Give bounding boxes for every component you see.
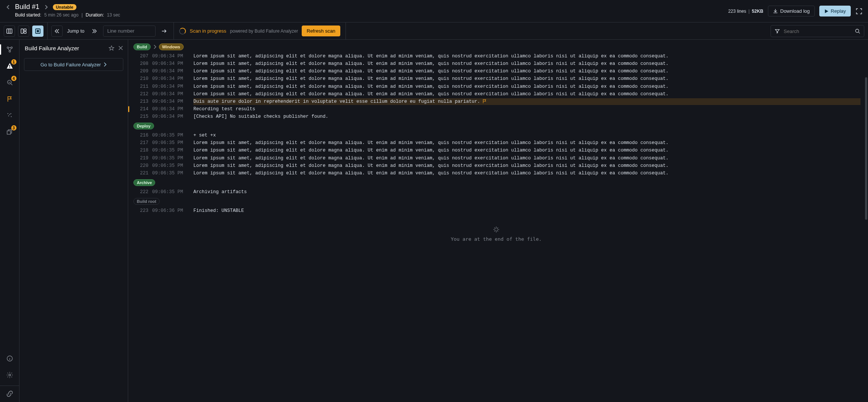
line-number: 209: [132, 68, 148, 75]
close-icon[interactable]: [118, 45, 123, 51]
svg-point-14: [10, 113, 11, 114]
line-number: 217: [132, 140, 148, 146]
log-line[interactable]: 21609:06:35 PM+ set +x: [132, 132, 861, 139]
line-timestamp: 09:06:35 PM: [152, 162, 190, 169]
line-text: Lorem ipsum sit amet, adipiscing elit et…: [193, 170, 861, 177]
log-line[interactable]: 21709:06:35 PMLorem ipsum sit amet, adip…: [132, 139, 861, 147]
line-number: 213: [132, 98, 148, 105]
download-label: Download log: [780, 8, 810, 14]
fullscreen-button[interactable]: [855, 8, 863, 15]
log-line[interactable]: 21809:06:35 PMLorem ipsum sit amet, adip…: [132, 147, 861, 154]
line-timestamp: 09:06:34 PM: [152, 68, 190, 75]
go-to-analyzer-button[interactable]: Go to Build Failure Analyzer: [24, 58, 123, 71]
line-timestamp: 09:06:34 PM: [152, 60, 190, 67]
log-line[interactable]: 21309:06:34 PMDuis aute irure dolor in r…: [132, 98, 861, 105]
star-icon[interactable]: [109, 45, 114, 51]
section-pill[interactable]: Windows: [159, 44, 184, 50]
line-number: 212: [132, 91, 148, 98]
line-timestamp: 09:06:34 PM: [152, 106, 190, 112]
log-line[interactable]: 21209:06:34 PMLorem ipsum sit amet, adip…: [132, 90, 861, 98]
line-text: Lorem ipsum sit amet, adipiscing elit et…: [193, 140, 861, 146]
line-text: Duis aute irure dolor in reprehenderit i…: [193, 98, 861, 105]
log-scroll[interactable]: BuildWindows20709:06:34 PMLorem ipsum si…: [128, 40, 868, 402]
refresh-scan-button[interactable]: Refresh scan: [302, 26, 340, 36]
svg-rect-0: [7, 29, 12, 33]
status-badge: Unstable: [53, 4, 76, 10]
line-go-button[interactable]: [159, 26, 170, 37]
breadcrumb-forward-icon[interactable]: [43, 4, 49, 10]
rail-warnings-icon[interactable]: 1: [4, 60, 16, 72]
section-pill[interactable]: Build root: [133, 198, 160, 205]
line-timestamp: 09:06:35 PM: [152, 147, 190, 154]
size-count: 52KB: [752, 9, 763, 14]
line-number-placeholder: Line number: [107, 28, 134, 34]
section-pill[interactable]: Archive: [133, 179, 155, 186]
line-text: Lorem ipsum sit amet, adipiscing elit et…: [193, 68, 861, 75]
line-timestamp: 09:06:35 PM: [152, 170, 190, 177]
view-list-button[interactable]: [32, 26, 43, 37]
view-columns-button[interactable]: [4, 26, 15, 37]
log-line[interactable]: 22309:06:36 PMFinished: UNSTABLE: [132, 207, 861, 214]
rail-stacks-icon[interactable]: 3: [4, 126, 16, 138]
header-right: 223 lines | 52KB Download log Replay: [728, 6, 863, 16]
line-text: Lorem ipsum sit amet, adipiscing elit et…: [193, 162, 861, 169]
log-line[interactable]: 22009:06:35 PMLorem ipsum sit amet, adip…: [132, 162, 861, 170]
search-input[interactable]: [783, 28, 852, 34]
icon-rail: 1 4 3: [0, 40, 19, 402]
log-line[interactable]: 21509:06:34 PM[Checks API] No suitable c…: [132, 113, 861, 120]
line-timestamp: 09:06:34 PM: [152, 91, 190, 98]
line-text: Lorem ipsum sit amet, adipiscing elit et…: [193, 60, 861, 67]
log-line[interactable]: 21909:06:35 PMLorem ipsum sit amet, adip…: [132, 154, 861, 162]
jump-forward-button[interactable]: [89, 26, 100, 37]
svg-rect-15: [7, 131, 10, 134]
line-number: 216: [132, 132, 148, 139]
eof-text: You are at the end of the file.: [451, 236, 542, 242]
view-split-button[interactable]: [18, 26, 29, 37]
line-text: Recording test results: [193, 106, 861, 112]
log-line[interactable]: 21409:06:34 PMRecording test results: [132, 105, 861, 113]
rail-pipeline-icon[interactable]: [4, 44, 16, 56]
log-line[interactable]: 20709:06:34 PMLorem ipsum sit amet, adip…: [132, 52, 861, 60]
jump-back-button[interactable]: [51, 26, 63, 37]
svg-point-6: [7, 47, 9, 48]
rail-settings-icon[interactable]: [4, 369, 16, 381]
section-pill[interactable]: Build: [133, 44, 151, 50]
log-line[interactable]: 21109:06:34 PMLorem ipsum sit amet, adip…: [132, 83, 861, 90]
line-timestamp: 09:06:34 PM: [152, 83, 190, 90]
header-left: Build #1 Unstable Build started: 5 min 2…: [5, 4, 120, 18]
download-button[interactable]: Download log: [768, 6, 815, 16]
log-line[interactable]: 20809:06:34 PMLorem ipsum sit amet, adip…: [132, 60, 861, 68]
line-number: 222: [132, 189, 148, 195]
line-timestamp: 09:06:34 PM: [152, 113, 190, 120]
line-number-input[interactable]: Line number: [103, 26, 156, 37]
line-marker: [128, 106, 129, 112]
scrollbar[interactable]: [865, 77, 867, 220]
log-line[interactable]: 22109:06:35 PMLorem ipsum sit amet, adip…: [132, 170, 861, 177]
search-box[interactable]: [771, 25, 864, 37]
flag-icon[interactable]: [482, 99, 487, 104]
line-number: 207: [132, 53, 148, 60]
sparkle-icon: [492, 226, 500, 233]
rail-sparkle-icon[interactable]: [4, 110, 16, 122]
line-timestamp: 09:06:36 PM: [152, 207, 190, 214]
rail-flag-icon[interactable]: [4, 93, 16, 105]
line-number: 208: [132, 60, 148, 67]
body: 1 4 3: [0, 40, 868, 402]
replay-button[interactable]: Replay: [819, 6, 851, 16]
filter-icon: [775, 28, 780, 34]
log-line[interactable]: 22209:06:35 PMArchiving artifacts: [132, 188, 861, 196]
rail-issues-icon[interactable]: 4: [4, 76, 16, 88]
log-line[interactable]: 20909:06:34 PMLorem ipsum sit amet, adip…: [132, 68, 861, 75]
rail-info-icon[interactable]: [4, 352, 16, 364]
svg-point-12: [8, 116, 9, 116]
log-area: BuildWindows20709:06:34 PMLorem ipsum si…: [128, 40, 868, 402]
section-pill[interactable]: Deploy: [133, 123, 154, 129]
svg-rect-2: [24, 29, 26, 31]
rail-link-icon[interactable]: [0, 386, 19, 398]
chevron-right-icon: [153, 45, 157, 49]
log-line[interactable]: 21009:06:34 PMLorem ipsum sit amet, adip…: [132, 75, 861, 82]
svg-point-11: [9, 114, 10, 115]
breadcrumb-back-icon[interactable]: [5, 4, 11, 10]
rail-issues-badge: 4: [11, 76, 16, 81]
svg-point-7: [11, 47, 12, 48]
